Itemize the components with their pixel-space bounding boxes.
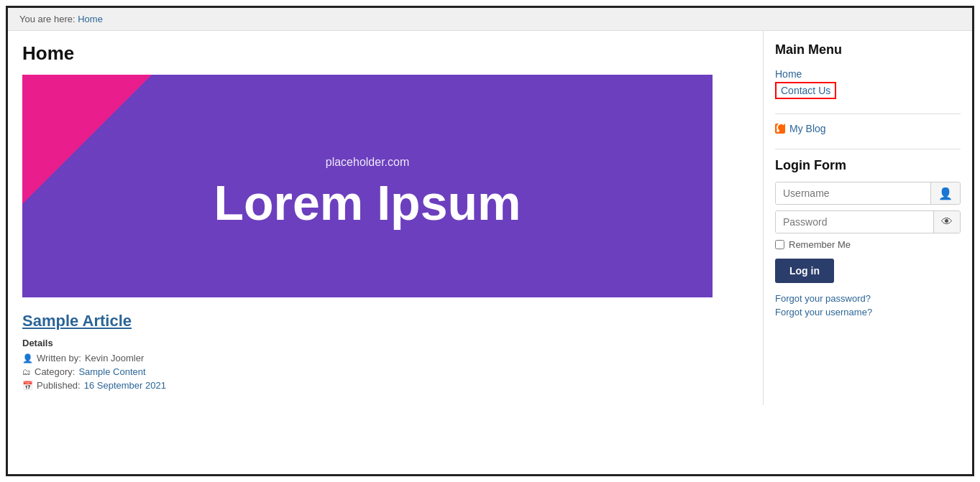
main-menu-title: Main Menu xyxy=(775,42,961,57)
published-prefix: Published: xyxy=(37,380,81,391)
remember-me-row: Remember Me xyxy=(775,239,961,250)
published-date[interactable]: 16 September 2021 xyxy=(84,380,166,391)
password-input[interactable] xyxy=(776,211,933,233)
forgot-links: Forgot your password? Forgot your userna… xyxy=(775,293,961,318)
sidebar-divider-1 xyxy=(775,113,961,114)
breadcrumb-prefix: You are here: xyxy=(19,14,75,24)
breadcrumb: You are here: Home xyxy=(8,8,972,31)
forgot-password-link[interactable]: Forgot your password? xyxy=(775,293,961,304)
sidebar-item-contact-us[interactable]: Contact Us xyxy=(775,82,836,99)
sidebar: Main Menu Home Contact Us My Blog Login … xyxy=(764,31,972,405)
page-container: You are here: Home Home placeholder.com … xyxy=(6,6,974,476)
author-icon: 👤 xyxy=(22,353,33,363)
breadcrumb-home-link[interactable]: Home xyxy=(78,14,103,24)
main-layout: Home placeholder.com Lorem Ipsum Sample … xyxy=(8,31,972,405)
article-published-row: 📅 Published: 16 September 2021 xyxy=(22,380,748,391)
article-details-label: Details xyxy=(22,338,748,348)
author-name: Kevin Joomler xyxy=(85,353,144,363)
remember-me-checkbox[interactable] xyxy=(775,240,784,249)
hero-image: placeholder.com Lorem Ipsum xyxy=(22,75,713,297)
login-form: 👤 👁 Remember Me Log in Forgot your passw… xyxy=(775,182,961,318)
article-author-row: 👤 Written by: Kevin Joomler xyxy=(22,353,748,363)
category-prefix: Category: xyxy=(35,366,75,377)
login-form-title: Login Form xyxy=(775,158,961,173)
blog-label: My Blog xyxy=(789,123,826,134)
remember-me-label: Remember Me xyxy=(789,239,851,250)
sidebar-item-home[interactable]: Home xyxy=(775,66,961,82)
my-blog-link[interactable]: My Blog xyxy=(775,123,961,134)
content-area: Home placeholder.com Lorem Ipsum Sample … xyxy=(8,31,764,405)
category-icon: 🗂 xyxy=(22,367,31,377)
blog-module: My Blog xyxy=(775,123,961,134)
username-input-wrapper: 👤 xyxy=(775,182,961,205)
username-icon-btn: 👤 xyxy=(930,182,960,204)
show-password-btn[interactable]: 👁 xyxy=(933,211,960,233)
article-title[interactable]: Sample Article xyxy=(22,312,748,330)
sidebar-divider-2 xyxy=(775,149,961,149)
category-link[interactable]: Sample Content xyxy=(78,366,145,377)
hero-lorem-text: Lorem Ipsum xyxy=(214,175,521,231)
username-input[interactable] xyxy=(776,182,930,204)
hero-domain: placeholder.com xyxy=(214,156,521,169)
forgot-username-link[interactable]: Forgot your username? xyxy=(775,307,961,318)
hero-text-container: placeholder.com Lorem Ipsum xyxy=(214,156,521,231)
login-button[interactable]: Log in xyxy=(775,259,834,283)
article-category-row: 🗂 Category: Sample Content xyxy=(22,366,748,377)
page-title: Home xyxy=(22,42,748,65)
published-icon: 📅 xyxy=(22,381,33,391)
login-form-module: Login Form 👤 👁 Remember Me Log in xyxy=(775,158,961,318)
rss-icon xyxy=(775,124,785,134)
written-by-prefix: Written by: xyxy=(37,353,81,363)
password-input-wrapper: 👁 xyxy=(775,210,961,233)
main-menu-module: Main Menu Home Contact Us xyxy=(775,42,961,99)
hero-triangle xyxy=(22,75,152,204)
